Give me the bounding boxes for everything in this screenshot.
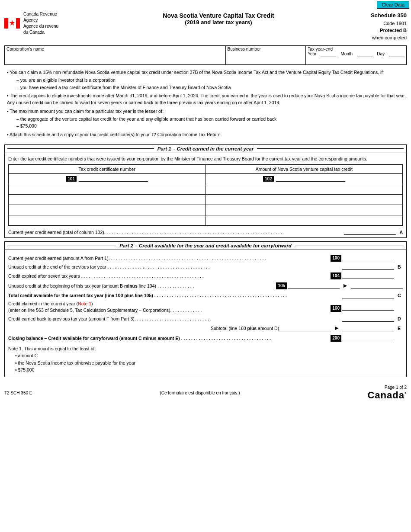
cert-number-input-1[interactable] [79, 176, 148, 182]
schedule-number: Schedule 350 [337, 11, 407, 20]
part1-intro: Enter the tax credit certificate numbers… [8, 156, 403, 162]
top-bar: Clear Data [0, 0, 411, 10]
cert-number-input-4[interactable] [10, 206, 204, 214]
part1-body: Enter the tax credit certificate numbers… [5, 153, 406, 238]
row-100-label: Current-year credit earned (amount A fro… [8, 255, 331, 262]
day-label: Day [377, 51, 385, 57]
footer-area: T2 SCH 350 E (Ce formulaire est disponib… [0, 381, 411, 403]
tax-year-inner: Year Month Day [308, 51, 405, 57]
row-e: Subtotal (line 160 plus amount D) ► E [8, 324, 403, 333]
svg-rect-2 [16, 18, 20, 29]
note1-item-1: amount C [15, 353, 403, 359]
cert-amount-input-4[interactable] [208, 206, 401, 214]
part1-header-line-left [7, 148, 154, 149]
cert-row-3-col2 [206, 195, 403, 205]
part2-section: Part 2 – Credit available for the year a… [4, 241, 407, 377]
field-200-box: 200 [331, 335, 341, 342]
schedule-info: Schedule 350 Code 1901 Protected B when … [337, 11, 407, 41]
cert-row-3-col1 [9, 195, 206, 205]
day-input[interactable] [389, 51, 405, 57]
cert-field-102-cell: 102 [206, 174, 403, 184]
cert-row-1: 101 102 [9, 174, 403, 184]
footer-right: Page 1 of 2 Canadaᵃ [367, 385, 407, 401]
svg-rect-0 [4, 18, 8, 29]
business-number-input[interactable] [228, 51, 304, 64]
part1-total-input[interactable] [344, 229, 396, 235]
corp-name-label: Corporation's name [6, 47, 224, 51]
form-title-line1: Nova Scotia Venture Capital Tax Credit [100, 12, 337, 19]
part1-header: Part 1 – Credit earned in the current ye… [5, 145, 406, 153]
note1-item-2: the Nova Scotia income tax otherwise pay… [15, 360, 403, 367]
instruction-1a: you are an eligible investor that is a c… [16, 77, 407, 84]
note1-section: Note 1. This amount is equal to the leas… [8, 343, 403, 374]
part2-header-text: Part 2 – Credit available for the year a… [116, 243, 295, 248]
cert-amount-input-3[interactable] [208, 196, 401, 204]
row-e-arrow: ► [334, 324, 340, 333]
cert-number-input-2[interactable] [10, 186, 204, 193]
cert-amount-input-1[interactable] [276, 176, 345, 182]
instruction-2: The credit applies to eligible investmen… [7, 93, 407, 106]
cert-field-101-cell: 101 [9, 174, 206, 184]
row-c-input[interactable] [342, 293, 394, 298]
cert-number-input-3[interactable] [10, 196, 204, 204]
clear-data-button[interactable]: Clear Data [377, 1, 409, 9]
part2-header: Part 2 – Credit available for the year a… [5, 242, 406, 250]
cert-table: Tax credit certificate number Amount of … [8, 164, 403, 226]
field-102-box: 102 [263, 176, 274, 182]
cert-row-4-col1 [9, 205, 206, 215]
cert-row-4-col2 [206, 205, 403, 215]
month-input[interactable] [357, 51, 372, 57]
row-c-label: Total credit available for the current t… [8, 292, 342, 299]
year-label: Year [308, 51, 316, 57]
cert-number-input-5[interactable] [10, 217, 204, 224]
agency-en: Canada Revenue [23, 11, 58, 17]
row-105-label: Unused credit at the beginning of this t… [8, 283, 276, 289]
month-label: Month [340, 51, 353, 57]
footer-center: (Ce formulaire est disponible en françai… [160, 391, 240, 395]
field-104-box: 104 [331, 272, 341, 279]
row-e-result-input[interactable] [342, 326, 394, 331]
canada-wordmark: Canadaᵃ [367, 390, 407, 401]
instructions-section: You can claim a 15% non-refundable Nova … [0, 67, 411, 141]
row-104-input[interactable] [342, 273, 394, 279]
canada-word: Canad [367, 390, 398, 401]
header-area: Canada Revenue Agency Agence du revenu d… [0, 10, 411, 43]
canada-a-special: a [399, 390, 405, 401]
tax-year-label: Tax year-end [308, 47, 405, 51]
row-e-label: Subtotal (line 160 plus amount D) [8, 325, 279, 332]
part2-header-line-right [295, 246, 404, 246]
row-105-input[interactable] [288, 283, 340, 288]
cert-row-5-col2 [206, 215, 403, 226]
canada-dots-icon: ᵃ [405, 391, 407, 396]
row-200-label: Closing balance – Credit available for c… [8, 335, 331, 342]
part1-total-row: Current-year credit earned (total of col… [8, 229, 403, 235]
tax-year-cell: Tax year-end Year Month Day [306, 46, 407, 65]
instruction-3: The maximum amount you can claim for a p… [7, 108, 407, 115]
part2-body: Current-year credit earned (amount A fro… [5, 250, 406, 377]
instruction-1b: you have received a tax credit certifica… [16, 84, 407, 91]
row-d-input[interactable] [342, 316, 394, 322]
row-105-result-input[interactable] [351, 283, 403, 288]
corp-name-input[interactable] [6, 51, 224, 64]
cert-row-2 [9, 184, 403, 195]
field-101-box: 101 [66, 176, 77, 182]
cert-amount-input-5[interactable] [208, 217, 401, 224]
logo-area: Canada Revenue Agency Agence du revenu d… [4, 11, 100, 35]
year-input[interactable] [321, 51, 336, 57]
row-e-input[interactable] [279, 326, 331, 331]
part1-header-line-right [257, 148, 404, 149]
row-100-input[interactable] [342, 256, 394, 261]
page-number: Page 1 of 2 [385, 385, 407, 390]
row-105-arrow: ► [342, 282, 348, 290]
row-d-letter: D [398, 316, 403, 322]
row-160-input[interactable] [342, 305, 394, 311]
field-160-box: 160 [331, 305, 341, 312]
agency-en2: Agency [23, 17, 58, 23]
row-100: Current-year credit earned (amount A fro… [8, 255, 403, 262]
row-b-input[interactable] [342, 264, 394, 270]
part1-header-text: Part 1 – Credit earned in the current ye… [154, 146, 257, 151]
row-200-input[interactable] [342, 336, 394, 341]
cert-amount-input-2[interactable] [208, 186, 401, 193]
cert-row-4 [9, 205, 403, 215]
agency-text: Canada Revenue Agency Agence du revenu d… [23, 11, 58, 35]
